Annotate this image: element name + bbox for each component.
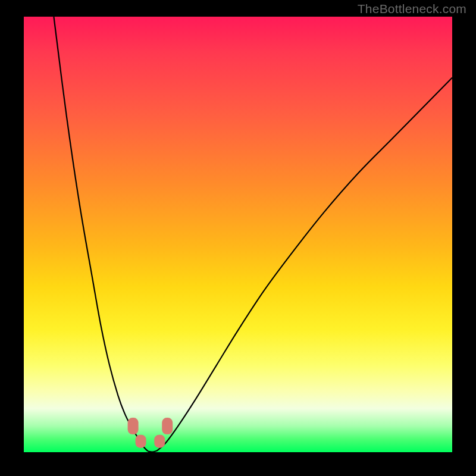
curve-svg — [24, 17, 452, 452]
curve-bottom — [148, 451, 156, 452]
marker-right-lower — [154, 435, 165, 448]
marker-left-lower — [136, 435, 146, 448]
watermark-text: TheBottleneck.com — [358, 2, 466, 16]
figure-root: TheBottleneck.com — [0, 0, 476, 476]
curve-left-branch — [54, 17, 148, 452]
curve-right-branch — [156, 77, 452, 450]
plot-area — [24, 17, 452, 452]
marker-right-upper — [162, 418, 173, 434]
marker-left-upper — [128, 418, 139, 434]
